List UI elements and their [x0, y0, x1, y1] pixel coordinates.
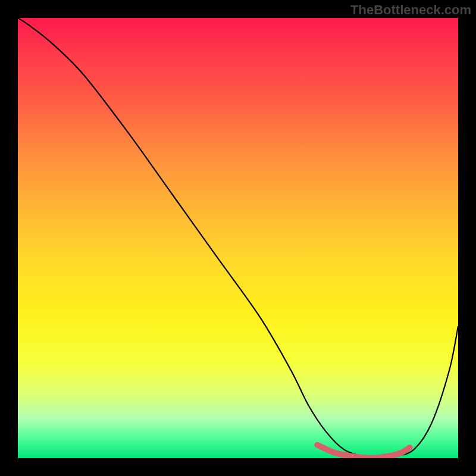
- plot-area: [18, 18, 458, 458]
- highlight-segment: [317, 445, 409, 458]
- watermark-text: TheBottleneck.com: [350, 2, 471, 18]
- bottleneck-curve: [18, 18, 458, 458]
- chart-container: TheBottleneck.com: [0, 0, 476, 476]
- chart-svg: [18, 18, 458, 458]
